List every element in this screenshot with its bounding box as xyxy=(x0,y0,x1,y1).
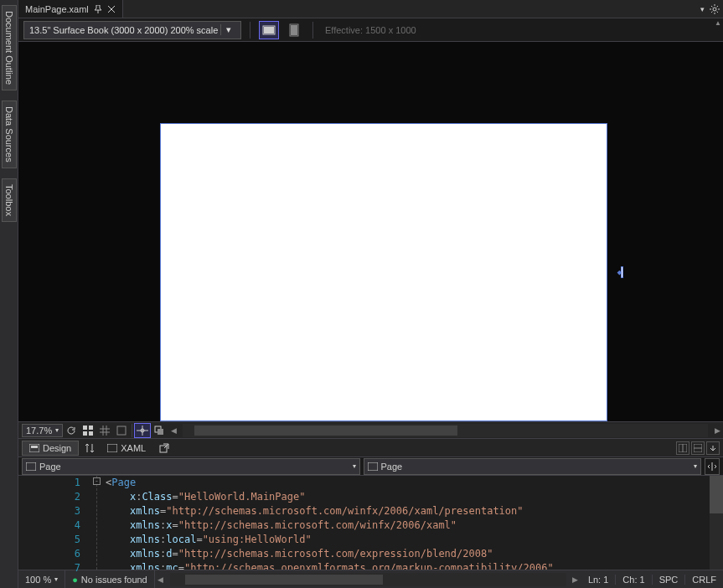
resize-handle-right[interactable] xyxy=(621,266,623,278)
xaml-tab-label: XAML xyxy=(121,443,146,453)
refresh-button[interactable] xyxy=(63,423,80,438)
zoom-value-label: 17.7% xyxy=(26,426,52,436)
device-selector[interactable]: 13.5" Surface Book (3000 x 2000) 200% sc… xyxy=(23,21,241,39)
file-tab-label: MainPage.xaml xyxy=(25,4,89,14)
status-bar: 100 % ▾ ● No issues found ◀ ▶ Ln: 1 Ch: … xyxy=(18,570,723,588)
scroll-left-icon[interactable]: ◀ xyxy=(168,424,179,437)
scroll-right-icon[interactable]: ▶ xyxy=(711,424,723,437)
popout-icon[interactable] xyxy=(159,443,169,453)
scroll-up-icon[interactable]: ▲ xyxy=(713,18,723,27)
svg-rect-8 xyxy=(158,429,163,435)
grid-toggle-button[interactable] xyxy=(80,423,96,438)
svg-rect-18 xyxy=(368,462,378,471)
line-number: 2 xyxy=(18,490,80,504)
vertical-split-button[interactable] xyxy=(676,441,689,455)
separator xyxy=(250,22,250,39)
zoom-toolbar: 17.7% ▾ ◀ ▶ xyxy=(18,422,723,439)
line-number: 4 xyxy=(18,518,80,533)
member-selector[interactable]: Page ▾ xyxy=(364,458,702,475)
dropdown-arrow-icon: ▾ xyxy=(54,575,58,583)
dropdown-arrow-icon: ▾ xyxy=(220,24,235,35)
xaml-tab[interactable]: XAML xyxy=(101,441,152,455)
element-path-label: Page xyxy=(39,462,61,472)
horizontal-scrollbar[interactable] xyxy=(170,573,566,586)
portrait-button[interactable] xyxy=(284,21,304,39)
svg-rect-4 xyxy=(291,25,297,35)
effective-size-label: Effective: 1500 x 1000 xyxy=(325,25,416,35)
dropdown-arrow-icon: ▾ xyxy=(353,462,356,470)
pin-icon[interactable] xyxy=(94,5,102,13)
check-circle-icon: ● xyxy=(72,575,78,585)
line-number: 1 xyxy=(18,476,80,490)
lineending-status[interactable]: CRLF xyxy=(685,575,723,585)
separator xyxy=(312,22,313,39)
svg-rect-11 xyxy=(107,444,117,452)
toolbox-tab[interactable]: Toolbox xyxy=(2,178,17,222)
close-icon[interactable] xyxy=(107,5,116,13)
svg-rect-5 xyxy=(117,426,126,435)
page-icon xyxy=(368,462,378,471)
data-sources-tab[interactable]: Data Sources xyxy=(2,101,17,168)
horizontal-scrollbar[interactable] xyxy=(183,424,708,437)
xaml-icon xyxy=(107,444,117,452)
col-status: Ch: 1 xyxy=(616,575,652,585)
design-tab-label: Design xyxy=(43,443,71,453)
dropdown-arrow-icon: ▾ xyxy=(694,462,697,470)
vertical-scrollbar[interactable] xyxy=(710,476,723,570)
design-tab[interactable]: Design xyxy=(22,441,79,456)
collapse-region-icon[interactable]: - xyxy=(93,477,101,485)
landscape-button[interactable] xyxy=(259,21,279,39)
snap-toggle-button[interactable] xyxy=(113,423,130,438)
code-text[interactable]: <Page x:Class="HelloWorld.MainPage" xmln… xyxy=(106,476,723,570)
xaml-editor[interactable]: 1 2 3 4 5 6 7 - <Page x:Class="HelloWorl… xyxy=(18,476,723,570)
tab-overflow-icon[interactable]: ▾ xyxy=(700,5,705,13)
zoom-status-label: 100 % xyxy=(25,575,51,585)
design-icon xyxy=(29,444,39,452)
line-number: 5 xyxy=(18,533,80,547)
line-number: 7 xyxy=(18,561,80,575)
line-number: 3 xyxy=(18,504,80,518)
file-tab-mainpage[interactable]: MainPage.xaml xyxy=(18,0,123,18)
view-tab-strip: Design XAML xyxy=(18,439,723,457)
document-outline-tab[interactable]: Document Outline xyxy=(2,5,17,90)
dropdown-arrow-icon: ▾ xyxy=(55,426,59,434)
document-tab-strip: MainPage.xaml ▾ xyxy=(18,0,723,18)
designer-toolbar: 13.5" Surface Book (3000 x 2000) 200% sc… xyxy=(18,18,723,42)
page-icon xyxy=(26,462,36,471)
line-status: Ln: 1 xyxy=(581,575,616,585)
issues-label: No issues found xyxy=(81,575,147,585)
svg-rect-2 xyxy=(264,27,274,34)
swap-panes-button[interactable] xyxy=(82,441,97,456)
scrollbar-thumb[interactable] xyxy=(185,575,384,585)
scrollbar-thumb[interactable] xyxy=(710,476,723,513)
scrollbar-thumb[interactable] xyxy=(194,426,457,436)
indent-status[interactable]: SPC xyxy=(653,575,686,585)
device-selector-label: 13.5" Surface Book (3000 x 2000) 200% sc… xyxy=(29,25,218,35)
svg-point-0 xyxy=(713,8,716,11)
outline-guide xyxy=(87,476,97,570)
side-tool-rail: Document Outline Data Sources Toolbox xyxy=(0,0,18,588)
horizontal-split-button[interactable] xyxy=(691,441,705,455)
settings-gear-icon[interactable] xyxy=(710,4,720,14)
design-surface[interactable] xyxy=(18,42,723,422)
svg-rect-17 xyxy=(26,462,36,471)
separator xyxy=(132,424,132,437)
snap-grid-button[interactable] xyxy=(96,423,113,438)
zoom-value[interactable]: 17.7% ▾ xyxy=(22,424,63,437)
split-toggle-button[interactable] xyxy=(705,458,720,475)
collapse-pane-button[interactable] xyxy=(706,441,720,455)
effects-button[interactable] xyxy=(151,423,168,438)
snaplines-button[interactable] xyxy=(134,423,151,438)
scroll-left-icon[interactable]: ◀ xyxy=(155,573,167,586)
artboard[interactable] xyxy=(161,124,607,420)
line-number: 6 xyxy=(18,547,80,561)
breadcrumb-bar: Page ▾ Page ▾ xyxy=(18,457,723,476)
svg-rect-10 xyxy=(31,446,38,448)
line-number-gutter: 1 2 3 4 5 6 7 - xyxy=(18,476,106,570)
member-label: Page xyxy=(381,462,403,472)
element-path-selector[interactable]: Page ▾ xyxy=(22,458,360,475)
scroll-right-icon[interactable]: ▶ xyxy=(570,573,581,586)
